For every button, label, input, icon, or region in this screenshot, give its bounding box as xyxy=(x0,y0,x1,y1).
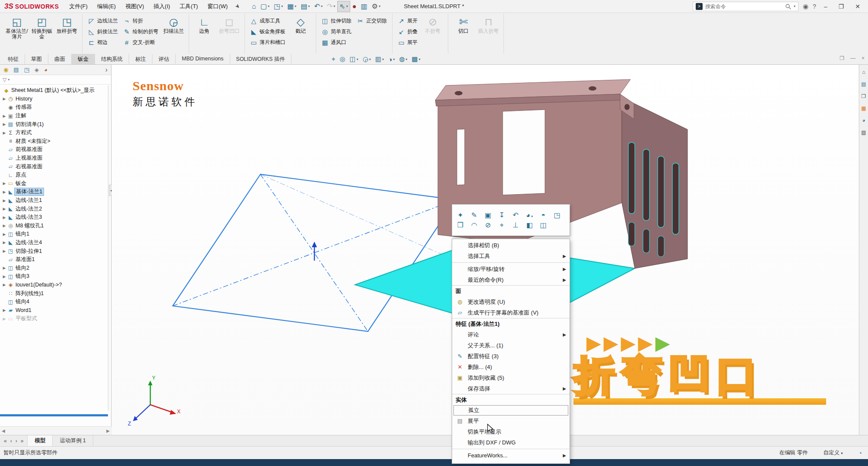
rollback-icon[interactable]: ↧ xyxy=(497,211,507,219)
tree-item-阵列(线性)1[interactable]: ∷阵列(线性)1 xyxy=(0,289,108,298)
menu-item-5[interactable]: 窗口(W) xyxy=(203,1,232,12)
tree-item-材质 <未指定>[interactable]: ≡材质 <未指定> xyxy=(0,137,108,146)
expand-arrow-icon[interactable]: ▶ xyxy=(2,224,7,228)
ribbon-button-展平[interactable]: ▭展平 xyxy=(395,38,420,47)
menu-item-选择工具[interactable]: 选择工具▶ xyxy=(452,251,570,261)
custom-properties-icon[interactable]: ▧ xyxy=(861,129,866,135)
dimxpert-tab-icon[interactable]: ◈ xyxy=(35,66,39,73)
hide-show-items-icon[interactable]: ◑▾ xyxy=(387,55,396,63)
tree-item-基体-法兰1[interactable]: ▶◣基体-法兰1 xyxy=(0,188,108,196)
ribbon-button-简单直孔[interactable]: ◎简单直孔 xyxy=(319,27,354,36)
home-icon[interactable]: ⌂ xyxy=(862,69,865,75)
expand-arrow-icon[interactable]: ▶ xyxy=(2,317,7,321)
ribbon-button-展开[interactable]: ↗展开 xyxy=(395,16,420,25)
tree-item-边线-法兰2[interactable]: ▶◣边线-法兰2 xyxy=(0,205,108,213)
tab-钣金[interactable]: 钣金 xyxy=(72,54,95,64)
ribbon-button-基体法兰/薄片[interactable]: ◱基体法兰/薄片 xyxy=(4,14,29,54)
scene-icon[interactable]: ▩▾ xyxy=(410,55,421,63)
ribbon-button-钣金角撑板[interactable]: ◣钣金角撑板 xyxy=(247,27,288,36)
expand-arrow-icon[interactable]: ▶ xyxy=(2,240,7,245)
ribbon-button-扫描法兰[interactable]: ◶扫描法兰 xyxy=(161,14,186,54)
section-view-icon[interactable]: ◫▾ xyxy=(348,55,360,63)
ribbon-button-正交切除[interactable]: ✂正交切除 xyxy=(354,16,390,25)
search-caret-icon[interactable]: ▾ xyxy=(794,4,795,8)
tab-nav-icon-3[interactable]: » xyxy=(19,438,25,444)
doc-minimize-icon[interactable]: — xyxy=(850,55,855,61)
scroll-left-icon[interactable]: ◀ xyxy=(2,428,5,433)
tab-SOLIDWORKS 插件[interactable]: SOLIDWORKS 插件 xyxy=(230,54,291,64)
tree-item-右视基准面[interactable]: ▱右视基准面 xyxy=(0,162,108,171)
tree-scrollbar[interactable] xyxy=(108,85,109,411)
tab-标注[interactable]: 标注 xyxy=(129,54,152,64)
search-input[interactable] xyxy=(705,3,782,9)
help-icon[interactable]: ? xyxy=(813,3,816,10)
ribbon-button-绘制的折弯[interactable]: ✎绘制的折弯 xyxy=(120,27,161,36)
close-button[interactable]: ✕ xyxy=(852,3,864,10)
tree-item-方程式[interactable]: ▶Σ方程式 xyxy=(0,129,108,137)
undo-icon[interactable]: ↶▾ xyxy=(312,1,325,12)
tab-评估[interactable]: 评估 xyxy=(152,54,176,64)
menu-item-添加到收藏 (5)[interactable]: ▣添加到收藏 (5) xyxy=(452,372,570,383)
open-icon[interactable]: ◳▾ xyxy=(272,1,285,12)
tree-item-基准面1[interactable]: ▱基准面1 xyxy=(0,255,108,264)
ribbon-button-折叠[interactable]: ↙折叠 xyxy=(395,27,420,36)
performance-icon[interactable]: ● xyxy=(350,1,359,12)
customize-menu[interactable]: 自定义 ▾ xyxy=(824,449,843,457)
home-icon[interactable]: ⌂ xyxy=(250,1,258,12)
tree-item-镜向1[interactable]: ▶◫镜向1 xyxy=(0,230,108,239)
edit-appearance-icon[interactable]: ◍▾ xyxy=(398,55,409,63)
tab-曲面[interactable]: 曲面 xyxy=(48,54,72,64)
expand-arrow-icon[interactable]: ▶ xyxy=(2,181,7,186)
tree-item-边线-法兰4[interactable]: ▶◣边线-法兰4 xyxy=(0,239,108,247)
ribbon-button-薄片和槽口[interactable]: ▭薄片和槽口 xyxy=(247,38,288,47)
tree-item-镜向2[interactable]: ▶◫镜向2 xyxy=(0,264,108,272)
tab-结构系统[interactable]: 结构系统 xyxy=(95,54,129,64)
tab-草图[interactable]: 草图 xyxy=(25,54,48,64)
tree-item-注解[interactable]: ▶▣注解 xyxy=(0,112,108,120)
expand-arrow-icon[interactable]: ▶ xyxy=(2,198,7,203)
tree-item-钣金[interactable]: ▶▭钣金 xyxy=(0,179,108,188)
feature-manager-tab-icon[interactable]: ◉ xyxy=(3,66,8,73)
configuration-manager-tab-icon[interactable]: ◳ xyxy=(24,66,29,73)
expand-arrow-icon[interactable]: ▶ xyxy=(2,190,7,194)
tab-特征[interactable]: 特征 xyxy=(2,54,25,64)
doc-close-icon[interactable]: × xyxy=(862,55,865,61)
hide-face-icon[interactable]: ⊘ xyxy=(483,221,493,229)
menu-item-孤立[interactable]: 孤立 xyxy=(453,405,568,416)
doc-restore-icon[interactable]: ❐ xyxy=(839,55,844,61)
tab-nav-icon-2[interactable]: › xyxy=(14,438,19,444)
appearances-icon[interactable]: ◕ xyxy=(862,117,865,123)
pin-menu-icon[interactable]: ➤ xyxy=(231,0,244,13)
user-account-icon[interactable]: ◉ xyxy=(803,3,808,10)
property-manager-tab-icon[interactable]: ▤ xyxy=(13,66,19,73)
search-icon[interactable] xyxy=(785,3,791,9)
section-view-icon[interactable]: ◫ xyxy=(539,221,548,229)
tree-item-切割清单(1)[interactable]: ▶▤切割清单(1) xyxy=(0,120,108,129)
select-cursor-icon[interactable]: ⇖▾ xyxy=(337,1,350,12)
ribbon-button-戳记[interactable]: ◇戳记 xyxy=(288,14,313,54)
expand-arrow-icon[interactable]: ▶ xyxy=(2,308,7,312)
bottom-tab-模型[interactable]: 模型 xyxy=(28,435,53,446)
bottom-tab-运动算例 1[interactable]: 运动算例 1 xyxy=(53,435,93,446)
menu-item-2[interactable]: 视图(V) xyxy=(121,1,148,12)
ribbon-button-褶边[interactable]: ⊏褶边 xyxy=(85,38,120,47)
tree-filter-row[interactable]: ▽ ▾ xyxy=(0,75,111,85)
palette-icon[interactable]: ▦ xyxy=(861,105,866,111)
ribbon-button-切口[interactable]: ✄切口 xyxy=(451,14,476,54)
tree-item-louver1(Default)->?[interactable]: ▶◈louver1(Default)->? xyxy=(0,281,108,290)
menu-item-1[interactable]: 编辑(E) xyxy=(93,1,120,12)
status-globe-icon[interactable]: ◔ xyxy=(858,450,862,457)
copy-appearance-icon[interactable]: ◳ xyxy=(552,211,562,219)
save-icon[interactable]: ▦▾ xyxy=(285,1,298,12)
tab-MBD Dimensions[interactable]: MBD Dimensions xyxy=(176,54,230,64)
zoom-area-icon[interactable]: ◎ xyxy=(338,55,346,63)
minimize-button[interactable]: – xyxy=(820,3,831,10)
menu-item-缩放/平移/旋转[interactable]: 缩放/平移/旋转▶ xyxy=(452,264,570,274)
menu-item-4[interactable]: 工具(T) xyxy=(175,1,203,12)
ribbon-button-斜接法兰[interactable]: ◺斜接法兰 xyxy=(85,27,120,36)
design-library-icon[interactable]: ▤ xyxy=(861,81,866,87)
menu-item-展平[interactable]: ▤展平 xyxy=(452,416,570,426)
ribbon-button-转换到钣金[interactable]: ◰转换到钣金 xyxy=(29,14,54,54)
tree-item-上视基准面[interactable]: ▱上视基准面 xyxy=(0,154,108,163)
lasso-select-icon[interactable]: ◠ xyxy=(469,221,479,229)
